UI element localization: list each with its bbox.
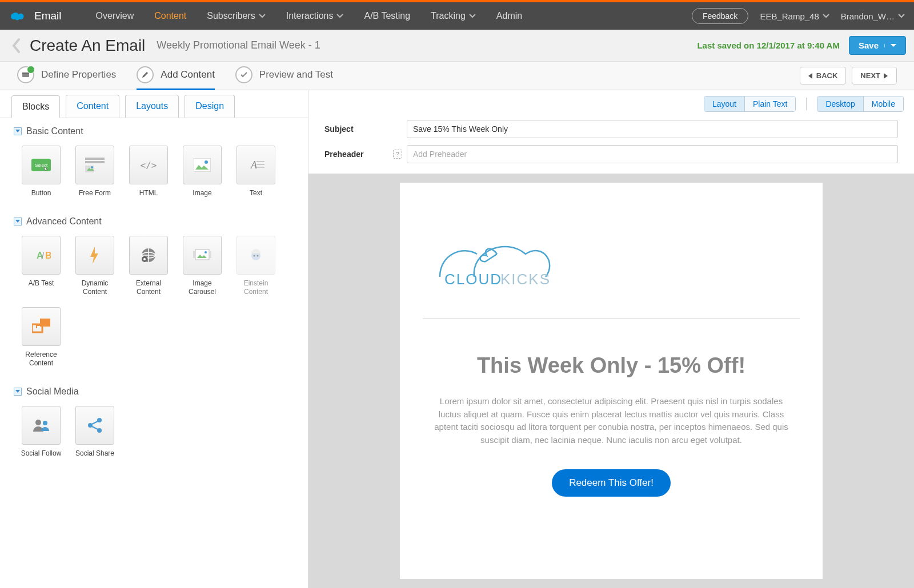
back-button[interactable]	[8, 37, 25, 54]
step-define-properties[interactable]: Define Properties	[17, 62, 116, 90]
next-step-button[interactable]: NEXT	[852, 67, 897, 84]
left-tabs: Blocks Content Layouts Design	[0, 90, 308, 118]
preheader-label: Preheader	[324, 150, 393, 159]
layout-view-button[interactable]: Layout	[704, 96, 744, 111]
block-button[interactable]: SelectButton	[19, 146, 63, 198]
help-icon[interactable]: ?	[393, 150, 402, 159]
plaintext-view-button[interactable]: Plain Text	[745, 96, 795, 111]
back-step-button[interactable]: BACK	[800, 67, 847, 84]
tab-blocks[interactable]: Blocks	[11, 95, 60, 118]
svg-rect-1	[22, 73, 29, 74]
email-cta-button[interactable]: Redeem This Offer!	[552, 469, 671, 497]
user-menu[interactable]: Brandon_W…	[841, 11, 905, 21]
abtest-block-icon: A/B	[22, 236, 61, 275]
collapse-icon	[14, 127, 22, 135]
block-external[interactable]: External Content	[127, 236, 170, 297]
tab-design[interactable]: Design	[185, 95, 235, 118]
svg-rect-23	[193, 251, 195, 258]
svg-point-25	[205, 251, 207, 253]
pencil-icon	[137, 66, 154, 83]
sub-header: Create An Email Weekly Promotional Email…	[0, 30, 914, 62]
svg-point-31	[35, 420, 41, 425]
block-social-follow[interactable]: Social Follow	[19, 406, 63, 458]
chevron-down-icon	[469, 14, 476, 18]
block-carousel[interactable]: Image Carousel	[181, 236, 224, 297]
nav-interactions[interactable]: Interactions	[286, 11, 344, 21]
svg-rect-22	[195, 249, 209, 260]
svg-text:B: B	[45, 251, 51, 260]
image-block-icon	[183, 146, 222, 184]
svg-rect-9	[194, 158, 211, 172]
block-reference[interactable]: Reference Content	[19, 307, 63, 368]
tab-layouts[interactable]: Layouts	[125, 95, 179, 118]
org-switcher[interactable]: EEB_Ramp_48	[760, 11, 829, 21]
svg-rect-12	[256, 161, 264, 162]
block-html[interactable]: </>HTML	[127, 146, 170, 198]
tab-content[interactable]: Content	[66, 95, 119, 118]
triangle-right-icon	[884, 73, 888, 79]
svg-point-7	[91, 166, 93, 168]
blocks-panel: Blocks Content Layouts Design Basic Cont…	[0, 90, 308, 588]
section-advanced-content[interactable]: Advanced Content	[0, 208, 308, 232]
last-saved-text: Last saved on 12/1/2017 at 9:40 AM	[697, 41, 840, 50]
email-logo: CLOUD KICKS	[423, 217, 800, 314]
device-toggle: Desktop Mobile	[817, 96, 904, 112]
save-button[interactable]: Save	[849, 36, 906, 55]
nav-subscribers[interactable]: Subscribers	[207, 11, 265, 21]
subject-input[interactable]	[407, 120, 898, 138]
step-preview-test[interactable]: Preview and Test	[235, 62, 333, 90]
app-name: Email	[34, 10, 62, 22]
carousel-block-icon	[183, 236, 222, 275]
triangle-left-icon	[808, 73, 813, 79]
email-canvas-wrap[interactable]: CLOUD KICKS This Week Only - 15% Off! Lo…	[308, 174, 914, 588]
block-freeform[interactable]: Free Form	[73, 146, 117, 198]
step-done-icon	[17, 66, 34, 83]
step-add-content[interactable]: Add Content	[137, 62, 215, 90]
svg-point-21	[143, 258, 146, 260]
nav-tracking[interactable]: Tracking	[431, 11, 476, 21]
block-einstein[interactable]: Einstein Content	[234, 236, 278, 297]
email-headline: This Week Only - 15% Off!	[423, 353, 800, 378]
editor-toolbar: Layout Plain Text Desktop Mobile	[308, 90, 914, 112]
salesforce-logo-icon	[9, 10, 26, 22]
svg-rect-13	[256, 164, 264, 165]
chevron-down-icon	[259, 14, 266, 18]
svg-text:Select: Select	[35, 163, 48, 168]
page-title: Create An Email	[30, 37, 145, 55]
nav-items: Overview Content Subscribers Interaction…	[96, 11, 523, 21]
svg-point-32	[43, 421, 47, 425]
view-toggle: Layout Plain Text	[704, 96, 796, 112]
desktop-view-button[interactable]: Desktop	[817, 96, 863, 111]
html-block-icon: </>	[129, 146, 168, 184]
social-share-icon	[75, 406, 114, 445]
block-dynamic[interactable]: Dynamic Content	[73, 236, 117, 297]
block-image[interactable]: Image	[181, 146, 224, 198]
nav-admin[interactable]: Admin	[496, 11, 522, 21]
email-canvas[interactable]: CLOUD KICKS This Week Only - 15% Off! Lo…	[400, 183, 823, 579]
feedback-button[interactable]: Feedback	[692, 8, 748, 24]
block-abtest[interactable]: A/BA/B Test	[19, 236, 63, 297]
page-subtitle: Weekly Promotional Email Week - 1	[157, 39, 320, 51]
block-social-share[interactable]: Social Share	[73, 406, 117, 458]
svg-rect-14	[256, 167, 264, 168]
nav-abtesting[interactable]: A/B Testing	[364, 11, 410, 21]
svg-point-10	[205, 160, 208, 164]
external-block-icon	[129, 236, 168, 275]
collapse-icon	[14, 388, 22, 396]
section-basic-content[interactable]: Basic Content	[0, 118, 308, 142]
subject-label: Subject	[324, 124, 393, 134]
chevron-down-icon	[898, 14, 905, 18]
section-social-media[interactable]: Social Media	[0, 378, 308, 402]
block-text[interactable]: AText	[234, 146, 278, 198]
svg-text:</>: </>	[141, 160, 157, 171]
save-dropdown-icon[interactable]	[884, 44, 896, 47]
nav-content[interactable]: Content	[154, 11, 186, 21]
logo-text-kicks: KICKS	[500, 271, 551, 288]
chevron-down-icon	[823, 14, 829, 18]
mobile-view-button[interactable]: Mobile	[864, 96, 903, 111]
editor-panel: Layout Plain Text Desktop Mobile Subject…	[308, 90, 914, 588]
chevron-down-icon	[336, 14, 343, 18]
nav-overview[interactable]: Overview	[96, 11, 134, 21]
svg-rect-24	[209, 251, 211, 258]
preheader-input[interactable]	[407, 145, 898, 163]
